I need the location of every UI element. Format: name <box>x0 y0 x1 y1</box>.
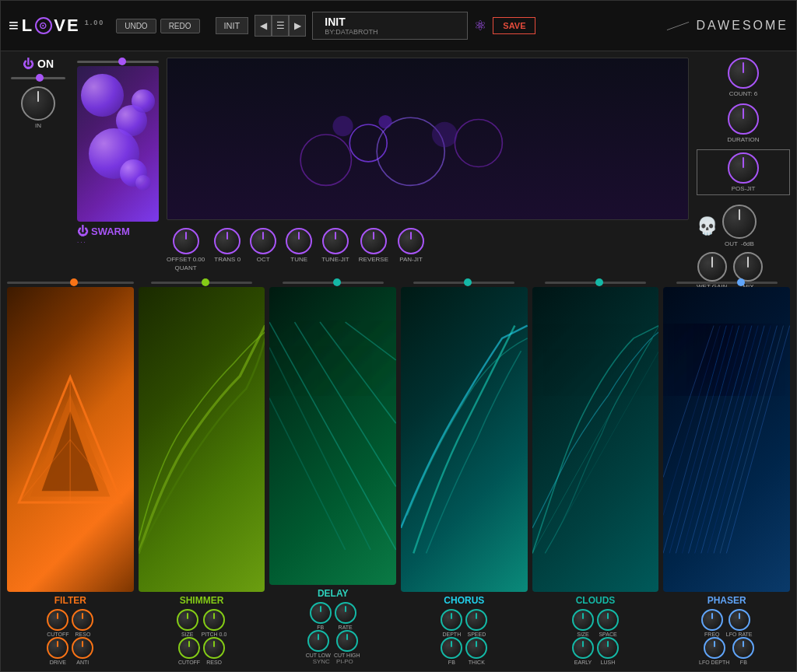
chorus-thick-group: THICK <box>465 637 487 665</box>
svg-point-6 <box>432 122 458 148</box>
clouds-lush-knob[interactable] <box>597 637 619 659</box>
phaser-freq-knob[interactable] <box>701 609 723 631</box>
clouds-slider[interactable] <box>545 282 646 284</box>
chorus-svg <box>401 287 528 592</box>
tune-knob[interactable] <box>286 228 312 254</box>
chorus-speed-label: SPEED <box>467 632 486 637</box>
filter-anti-knob[interactable] <box>72 637 93 659</box>
delay-sync-label: SYNC <box>313 658 330 665</box>
filter-drive-knob[interactable] <box>47 637 68 659</box>
chorus-depth-label: DEPTH <box>442 632 461 637</box>
svg-point-5 <box>378 115 391 128</box>
swarm-slider[interactable] <box>77 61 159 63</box>
delay-cuthigh-label: CUT HIGH <box>334 653 360 658</box>
offset-knob[interactable] <box>173 228 199 254</box>
shimmer-pitch-knob[interactable] <box>203 609 225 631</box>
duration-knob-container: DURATION <box>697 103 790 143</box>
right-controls: COUNT: 6 DURATION POS-JIT 💀 <box>697 58 790 275</box>
shimmer-slider[interactable] <box>151 282 252 284</box>
delay-knobs-row1: FB RATE <box>310 602 356 630</box>
chorus-slider[interactable] <box>413 282 514 284</box>
pan-jit-knob[interactable] <box>398 228 424 254</box>
delay-block: DELAY FB RATE CUT LOW <box>269 282 396 665</box>
in-slider[interactable] <box>11 77 65 79</box>
phaser-fb-knob[interactable] <box>732 637 754 659</box>
duration-knob[interactable] <box>728 103 759 135</box>
dawesome-brand: DAWESOME <box>666 19 788 33</box>
preset-name: INIT <box>325 16 455 28</box>
delay-cuthigh-group: CUT HIGH <box>334 630 360 658</box>
phaser-lfo-depth-knob[interactable] <box>704 637 725 659</box>
delay-bottom-labels: SYNC PI-PO <box>313 658 353 665</box>
chorus-speed-knob[interactable] <box>465 609 487 631</box>
reverse-knob-container: REVERSE <box>359 228 388 263</box>
clouds-knobs-row2: EARLY LUSH <box>572 637 619 665</box>
swarm-label: ⏻ SWARM <box>77 225 159 237</box>
filter-reso-knob[interactable] <box>72 609 93 631</box>
wet-gain-knob[interactable] <box>697 252 727 282</box>
chorus-thick-knob[interactable] <box>465 637 487 659</box>
svg-line-21 <box>701 326 764 554</box>
tune-knob-container: TUNE <box>286 228 312 263</box>
clouds-lush-group: LUSH <box>597 637 619 665</box>
delay-slider[interactable] <box>283 282 384 284</box>
phaser-knobs-row1: FREQ LFO RATE <box>701 609 753 637</box>
chorus-knobs-row2: FB THICK <box>441 637 487 665</box>
pan-jit-label: PAN-JIT <box>399 256 423 263</box>
init-button[interactable]: INIT <box>216 17 249 34</box>
trans-knob[interactable] <box>214 228 241 254</box>
swarm-image <box>77 66 159 222</box>
pos-jit-knob[interactable] <box>728 152 759 184</box>
shimmer-block: SHIMMER SIZE PITCH 0.0 CUTOFF <box>139 282 265 665</box>
preset-prev-button[interactable]: ◀ <box>255 15 272 37</box>
phaser-slider[interactable] <box>676 282 778 284</box>
filter-slider[interactable] <box>7 282 134 284</box>
app-container: ≡ L ⊙ VE 1.00 UNDO REDO INIT ◀ ☰ ▶ INIT … <box>0 0 797 672</box>
delay-rate-knob[interactable] <box>335 602 356 624</box>
chorus-depth-group: DEPTH <box>441 609 462 637</box>
preset-settings-icon[interactable]: ⚛ <box>474 17 486 34</box>
delay-cuthigh-knob[interactable] <box>336 630 358 652</box>
chorus-depth-knob[interactable] <box>441 609 462 631</box>
reverse-knob[interactable] <box>360 228 387 254</box>
shimmer-cutoff-knob[interactable] <box>178 637 200 659</box>
shimmer-size-knob[interactable] <box>177 609 198 631</box>
delay-cutlow-knob[interactable] <box>307 630 329 652</box>
filter-block: FILTER CUTOFF RESO DRIVE <box>7 282 134 665</box>
undo-button[interactable]: UNDO <box>116 19 156 33</box>
svg-point-4 <box>332 116 353 136</box>
phaser-lfo-rate-knob[interactable] <box>729 609 750 631</box>
filter-anti-label: ANTI <box>76 660 89 665</box>
shimmer-reso-knob[interactable] <box>203 637 225 659</box>
count-knob[interactable] <box>728 58 759 89</box>
chorus-thick-label: THICK <box>469 660 485 665</box>
filter-cutoff-knob[interactable] <box>47 609 68 631</box>
delay-fb-knob[interactable] <box>310 602 332 624</box>
preset-author: BY:DATABROTH <box>325 28 455 36</box>
out-knob[interactable] <box>722 205 757 239</box>
in-knob[interactable] <box>21 86 55 121</box>
svg-line-19 <box>689 326 752 554</box>
main-content: ⏻ ON IN <box>1 51 796 671</box>
oct-knob[interactable] <box>250 228 276 254</box>
preset-next-button[interactable]: ▶ <box>289 15 306 37</box>
clouds-lush-label: LUSH <box>601 660 616 665</box>
clouds-size-knob[interactable] <box>572 609 594 631</box>
on-toggle[interactable]: ⏻ ON <box>23 58 54 70</box>
filter-reso-group: RESO <box>72 609 93 637</box>
logo: ≡ L ⊙ VE 1.00 <box>9 16 104 36</box>
mix-knob[interactable] <box>733 252 763 282</box>
shimmer-reso-label: RESO <box>206 660 222 665</box>
preset-menu-button[interactable]: ☰ <box>272 15 289 37</box>
shimmer-pitch-label: PITCH 0.0 <box>202 632 227 637</box>
clouds-space-knob[interactable] <box>597 609 619 631</box>
phaser-lfo-depth-label: LFO DEPTH <box>699 660 729 665</box>
clouds-early-knob[interactable] <box>572 637 594 659</box>
save-button[interactable]: SAVE <box>493 17 535 34</box>
shimmer-size-group: SIZE <box>177 609 198 637</box>
top-bar: ≡ L ⊙ VE 1.00 UNDO REDO INIT ◀ ☰ ▶ INIT … <box>1 1 796 51</box>
redo-button[interactable]: REDO <box>160 19 200 33</box>
tune-jit-knob[interactable] <box>322 228 349 254</box>
chorus-fb-knob[interactable] <box>441 637 462 659</box>
phaser-lfo-depth-group: LFO DEPTH <box>699 637 729 665</box>
